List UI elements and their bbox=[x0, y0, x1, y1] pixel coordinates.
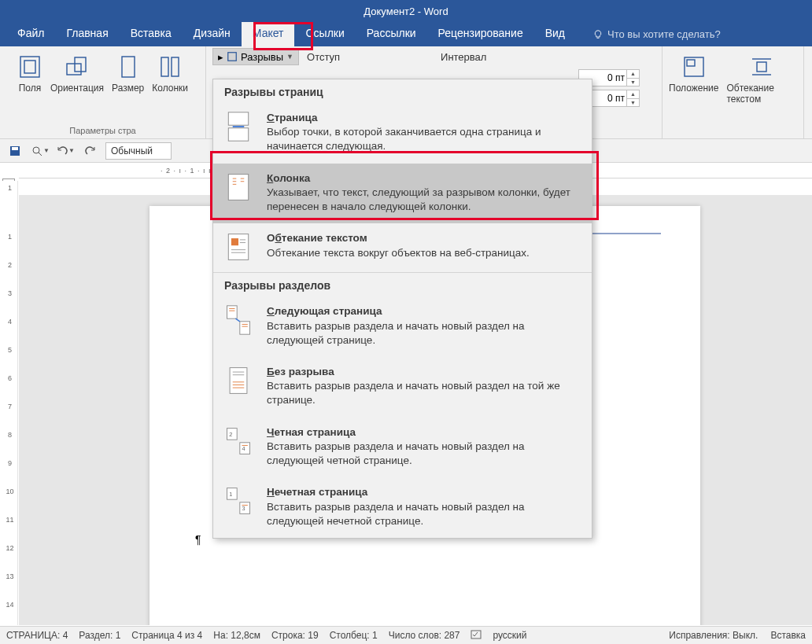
dd-item-continuous[interactable]: Без разрываВставить разрыв раздела и нач… bbox=[213, 357, 592, 418]
style-selector[interactable]: Обычный bbox=[105, 142, 172, 160]
svg-rect-1 bbox=[20, 57, 39, 77]
undo-icon bbox=[56, 145, 68, 157]
svg-rect-7 bbox=[172, 57, 179, 76]
breaks-button[interactable]: ▸ Разрывы ▼ bbox=[212, 48, 299, 65]
svg-rect-11 bbox=[757, 62, 766, 72]
margins-button[interactable]: Поля bbox=[17, 54, 42, 94]
group-page-setup: Поля Ориентация Размер Колонки Параметры… bbox=[0, 46, 206, 138]
position-button[interactable]: Положение bbox=[669, 54, 718, 94]
dd-item-odd[interactable]: 13 Нечетная страницаВставить разрыв разд… bbox=[213, 477, 592, 538]
spacing-before-value: 0 пт bbox=[607, 72, 625, 83]
title-bar: Документ2 - Word bbox=[0, 0, 812, 22]
status-lang[interactable]: русский bbox=[493, 630, 526, 641]
find-button[interactable]: ▼ bbox=[30, 142, 50, 160]
tab-review[interactable]: Рецензирование bbox=[427, 22, 534, 46]
vruler-tick: 10 bbox=[6, 488, 13, 495]
svg-rect-27 bbox=[231, 238, 238, 245]
size-label: Размер bbox=[112, 83, 144, 94]
svg-point-16 bbox=[33, 147, 39, 153]
page-setup-group-label: Параметры стра bbox=[6, 123, 199, 138]
svg-rect-18 bbox=[228, 112, 248, 125]
ribbon-tabs: Файл Главная Вставка Дизайн Макет Ссылки… bbox=[0, 22, 812, 46]
status-page[interactable]: СТРАНИЦА: 4 bbox=[6, 630, 68, 641]
columns-button[interactable]: Колонки bbox=[152, 54, 188, 94]
down-arrow-icon[interactable]: ▼ bbox=[627, 98, 639, 107]
save-button[interactable] bbox=[5, 142, 25, 160]
size-icon bbox=[116, 54, 141, 79]
status-mode[interactable]: Вставка bbox=[770, 630, 806, 641]
column-break-icon bbox=[224, 171, 253, 203]
svg-text:1: 1 bbox=[229, 491, 232, 498]
dd-item-even[interactable]: 24 Четная страницаВставить разрыв раздел… bbox=[213, 418, 592, 478]
evenpage-break-icon: 24 bbox=[224, 425, 253, 457]
position-icon bbox=[681, 54, 707, 79]
status-section[interactable]: Раздел: 1 bbox=[79, 630, 120, 641]
save-icon bbox=[9, 145, 21, 157]
continuous-break-icon bbox=[224, 365, 253, 396]
group-arrange: Положение Обтекание текстом bbox=[663, 46, 804, 138]
svg-line-17 bbox=[39, 153, 42, 156]
status-bar: СТРАНИЦА: 4 Раздел: 1 Страница 4 из 4 На… bbox=[0, 626, 812, 644]
svg-rect-19 bbox=[228, 128, 248, 141]
svg-text:2: 2 bbox=[229, 430, 232, 437]
tell-me[interactable]: Что вы хотите сделать? bbox=[585, 22, 729, 46]
orientation-button[interactable]: Ориентация bbox=[50, 54, 104, 94]
breaks-icon bbox=[227, 51, 238, 62]
page-break-icon bbox=[224, 111, 253, 142]
status-col[interactable]: Столбец: 1 bbox=[330, 630, 378, 641]
dd-item-continuous-title: Без разрыва bbox=[267, 365, 578, 379]
dd-item-nextpage-title: Следующая страница bbox=[267, 304, 578, 318]
wrap-text-button[interactable]: Обтекание текстом bbox=[726, 54, 797, 105]
status-proof-icon[interactable] bbox=[471, 629, 482, 642]
svg-rect-2 bbox=[24, 61, 35, 73]
svg-rect-26 bbox=[228, 234, 248, 260]
columns-label: Колонки bbox=[152, 83, 188, 94]
dd-item-nextpage[interactable]: Следующая страницаВставить разрыв раздел… bbox=[213, 296, 592, 357]
status-pages[interactable]: Страница 4 из 4 bbox=[131, 630, 202, 641]
redo-button[interactable] bbox=[80, 142, 101, 160]
tab-home[interactable]: Главная bbox=[55, 22, 119, 46]
tab-insert[interactable]: Вставка bbox=[120, 22, 183, 46]
dd-item-page-desc: Выбор точки, в которой заканчивается одн… bbox=[267, 126, 541, 152]
vruler-tick: 12 bbox=[6, 544, 13, 552]
vruler-tick: 13 bbox=[6, 572, 13, 580]
vruler-tick: 7 bbox=[8, 403, 12, 410]
tab-layout[interactable]: Макет bbox=[242, 22, 295, 46]
tab-references[interactable]: Ссылки bbox=[294, 22, 355, 46]
status-track[interactable]: Исправления: Выкл. bbox=[669, 630, 758, 641]
svg-rect-8 bbox=[228, 53, 237, 61]
up-arrow-icon[interactable]: ▲ bbox=[627, 70, 639, 78]
dd-item-column-desc: Указывает, что текст, следующий за разры… bbox=[267, 186, 570, 212]
undo-button[interactable]: ▼ bbox=[55, 142, 76, 160]
up-arrow-icon[interactable]: ▲ bbox=[627, 90, 639, 98]
size-button[interactable]: Размер bbox=[112, 54, 144, 94]
svg-rect-3 bbox=[67, 64, 81, 75]
oddpage-break-icon: 13 bbox=[224, 485, 253, 517]
dd-item-page[interactable]: ССтраницатраницаВыбор точки, в которой з… bbox=[213, 103, 592, 164]
svg-rect-6 bbox=[161, 57, 168, 76]
vruler-tick: 1 bbox=[8, 184, 12, 192]
orientation-icon bbox=[65, 54, 90, 79]
dd-item-column[interactable]: КолонкаУказывает, что текст, следующий з… bbox=[213, 164, 592, 224]
tab-design[interactable]: Дизайн bbox=[183, 22, 242, 46]
down-arrow-icon[interactable]: ▼ bbox=[627, 78, 639, 86]
svg-text:3: 3 bbox=[242, 505, 245, 512]
group-page-setup-items: Поля Ориентация Размер Колонки bbox=[17, 50, 188, 123]
vruler-tick: 1 bbox=[8, 233, 12, 241]
svg-rect-38 bbox=[230, 368, 247, 394]
dd-item-textwrap[interactable]: Обтекание текстомОбтекание текста вокруг… bbox=[213, 223, 592, 272]
status-words[interactable]: Число слов: 287 bbox=[389, 630, 460, 641]
tab-file[interactable]: Файл bbox=[6, 22, 55, 46]
search-icon bbox=[31, 145, 43, 157]
status-at[interactable]: На: 12,8см bbox=[213, 630, 260, 641]
style-selector-value: Обычный bbox=[111, 145, 153, 156]
vertical-ruler[interactable]: 1 1 2 3 4 5 6 7 8 9 10 11 12 13 14 bbox=[2, 181, 18, 625]
wrap-text-label: Обтекание текстом bbox=[726, 83, 797, 105]
vruler-tick: 5 bbox=[8, 346, 12, 354]
dd-item-continuous-desc: Вставить разрыв раздела и начать новый р… bbox=[267, 380, 560, 406]
status-line[interactable]: Строка: 19 bbox=[271, 630, 319, 641]
tab-mailings[interactable]: Рассылки bbox=[356, 22, 427, 46]
dd-item-odd-title: Нечетная страница bbox=[267, 485, 578, 499]
bulb-icon bbox=[593, 30, 603, 39]
tab-view[interactable]: Вид bbox=[534, 22, 576, 46]
